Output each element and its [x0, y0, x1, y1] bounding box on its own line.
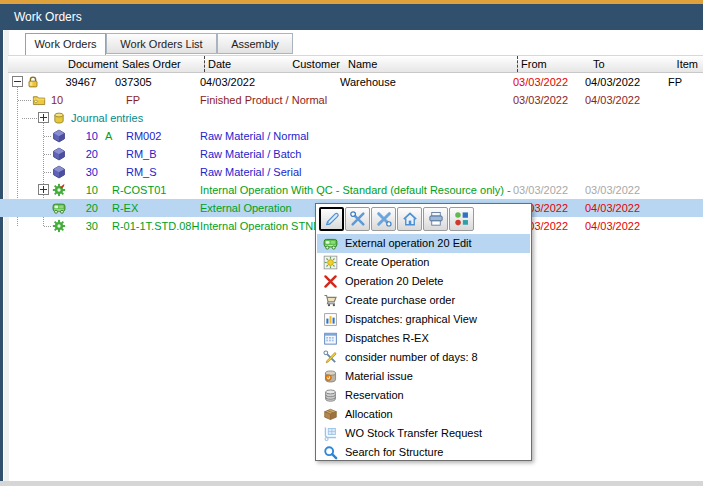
to-date-cell: 03/03/2022 — [585, 181, 640, 199]
table-row[interactable]: 10ARM002Raw Material / Normal — [0, 127, 703, 145]
sales-order-cell: FP — [126, 91, 140, 109]
document-cell: 30 — [76, 217, 98, 235]
sales-order-cell: RM002 — [126, 127, 161, 145]
menu-item[interactable]: consider number of days: 8 — [317, 348, 530, 367]
document-cell: 20 — [76, 145, 98, 163]
menu-item[interactable]: External operation 20 Edit — [317, 234, 530, 253]
document-cell: 10 — [76, 127, 98, 145]
document-cell: 20 — [76, 199, 98, 217]
column-header-date[interactable]: Date — [208, 56, 231, 72]
column-header-document[interactable]: Document — [68, 56, 118, 72]
expand-toggle[interactable] — [38, 184, 49, 195]
sales-order-cell: R-01-1T.STD.08H — [112, 217, 199, 235]
menu-item[interactable]: Dispatches R-EX — [317, 329, 530, 348]
printer-button[interactable] — [423, 207, 448, 231]
tree-label: Journal entries — [71, 109, 143, 127]
hexagon-icon — [52, 129, 66, 143]
column-header-sales-order[interactable]: Sales Order — [122, 56, 181, 72]
tab-label: Assembly — [231, 38, 279, 50]
sales-order-cell: RM_S — [126, 163, 157, 181]
sales-order-cell: R-COST01 — [112, 181, 166, 199]
menu-item-label: consider number of days: 8 — [345, 348, 478, 367]
description-cell: Finished Product / Normal — [200, 91, 512, 109]
home-icon — [401, 211, 418, 228]
database-icon — [323, 388, 338, 403]
context-menu: External operation 20 EditCreate Operati… — [315, 203, 532, 461]
sales-order-cell: RM_B — [126, 145, 157, 163]
x-wrench-icon — [375, 211, 392, 228]
description-cell: Internal Operation With QC - Standard (d… — [200, 181, 512, 199]
to-date-cell: 04/03/2022 — [585, 217, 640, 235]
collapse-toggle[interactable] — [12, 76, 23, 87]
from-date-cell: 03/03/2022 — [513, 181, 568, 199]
menu-item-label: Dispatches R-EX — [345, 329, 429, 348]
bar-chart-icon — [323, 312, 338, 327]
column-separator — [204, 56, 205, 72]
menu-item-label: Create Operation — [345, 253, 429, 272]
column-header-from[interactable]: From — [521, 56, 547, 72]
table-row[interactable]: 3946703730504/03/2022Warehouse03/03/2022… — [0, 73, 703, 91]
menu-item[interactable]: Create Operation — [317, 253, 530, 272]
pencil-icon — [323, 211, 340, 228]
menu-item-label: Create purchase order — [345, 291, 455, 310]
cart-icon — [323, 293, 338, 308]
document-cell: 30 — [76, 163, 98, 181]
color-tiles-button[interactable] — [449, 207, 474, 231]
document-cell: 10 — [76, 181, 98, 199]
tab-assembly[interactable]: Assembly — [217, 33, 293, 54]
name-cell: Warehouse — [340, 73, 396, 91]
menu-item[interactable]: Material issue — [317, 367, 530, 386]
package-box-icon — [323, 407, 338, 422]
menu-item[interactable]: Dispatches: graphical View — [317, 310, 530, 329]
tab-work-orders[interactable]: Work Orders — [25, 33, 106, 55]
sales-order-cell: 037305 — [115, 73, 152, 91]
menu-item-label: Allocation — [345, 405, 393, 424]
menu-item-label: Search for Structure — [345, 443, 443, 462]
delete-x-icon — [323, 274, 338, 289]
to-date-cell: 04/03/2022 — [585, 91, 640, 109]
menu-item-label: Operation 20 Delete — [345, 272, 443, 291]
table-row[interactable]: 10FPFinished Product / Normal03/03/20220… — [0, 91, 703, 109]
menu-item[interactable]: Search for Structure — [317, 443, 530, 462]
column-separator — [517, 56, 518, 72]
menu-item[interactable]: Allocation — [317, 405, 530, 424]
home-button[interactable] — [397, 207, 422, 231]
window-titlebar[interactable]: Work Orders — [0, 4, 703, 30]
sales-order-cell: R-EX — [112, 199, 138, 217]
document-cell: 39467 — [60, 73, 96, 91]
wrench-x-icon — [349, 211, 366, 228]
column-header-item[interactable]: Item — [648, 56, 698, 72]
menu-item[interactable]: Operation 20 Delete — [317, 272, 530, 291]
column-header-name[interactable]: Name — [348, 56, 377, 72]
hexagon-icon — [52, 165, 66, 179]
tab-work-orders-list[interactable]: Work Orders List — [106, 33, 217, 54]
item-cell: FP — [668, 73, 682, 91]
menu-item[interactable]: WO Stock Transfer Request — [317, 424, 530, 443]
hand-truck-icon — [323, 426, 338, 441]
description-cell: Raw Material / Batch — [200, 145, 512, 163]
menu-item-label: Reservation — [345, 386, 404, 405]
table-row[interactable]: 10R-COST01Internal Operation With QC - S… — [0, 181, 703, 199]
tab-label: Work Orders — [34, 38, 96, 50]
column-header-customer[interactable]: Customer — [278, 56, 340, 72]
menu-item[interactable]: Reservation — [317, 386, 530, 405]
table-row[interactable]: Journal entries — [0, 109, 703, 127]
expand-toggle[interactable] — [38, 112, 49, 123]
printer-icon — [427, 211, 444, 228]
calendar-icon — [323, 331, 338, 346]
column-header-to[interactable]: To — [593, 56, 605, 72]
description-cell: Raw Material / Serial — [200, 163, 512, 181]
table-row[interactable]: 20RM_BRaw Material / Batch — [0, 145, 703, 163]
wrench-x-button[interactable] — [345, 207, 370, 231]
create-operation-icon — [323, 255, 338, 270]
availability-flag: A — [105, 127, 112, 145]
x-wrench-button[interactable] — [371, 207, 396, 231]
tree-label: 10 — [51, 91, 63, 109]
menu-item-label: Dispatches: graphical View — [345, 310, 477, 329]
menu-item-label: External operation 20 Edit — [345, 234, 472, 253]
description-cell: Raw Material / Normal — [200, 127, 512, 145]
table-row[interactable]: 30RM_SRaw Material / Serial — [0, 163, 703, 181]
menu-item[interactable]: Create purchase order — [317, 291, 530, 310]
to-date-cell: 04/03/2022 — [585, 73, 640, 91]
pencil-button[interactable] — [319, 207, 344, 231]
